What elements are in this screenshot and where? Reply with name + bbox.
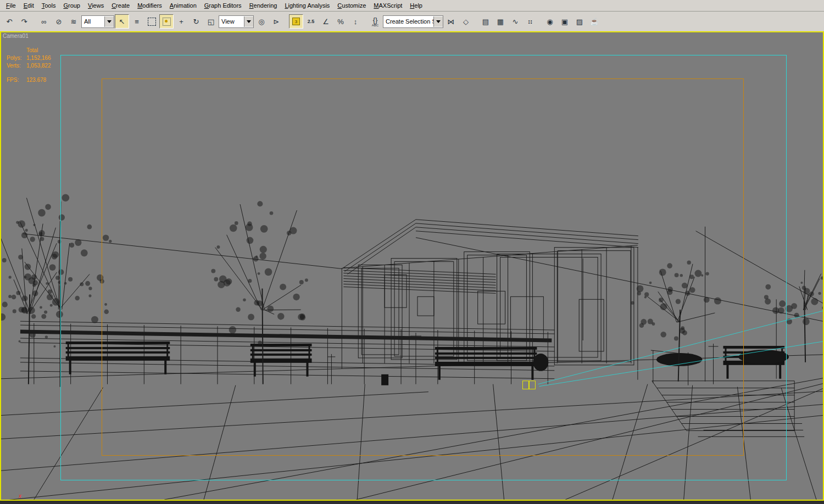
window-crossing-icon <box>163 18 171 26</box>
cursor-arrow-icon: ↖ <box>119 18 125 25</box>
menu-maxscript[interactable]: MAXScript <box>370 1 406 10</box>
list-icon: ≡ <box>135 18 139 25</box>
nodes-icon: ⠶ <box>527 18 533 25</box>
rendered-frame-window-button[interactable]: ▨ <box>572 14 587 29</box>
pivot-center-icon: ◎ <box>258 18 264 25</box>
stats-fps-row: FPS:123.678 <box>7 76 51 84</box>
redo-button[interactable]: ↷ <box>17 14 31 29</box>
stats-fps-value: 123.678 <box>26 77 46 83</box>
select-and-rotate-button[interactable]: ↻ <box>189 14 203 29</box>
rotate-icon: ↻ <box>193 18 199 25</box>
menu-help[interactable]: Help <box>406 1 426 10</box>
align-button[interactable]: ◇ <box>459 14 473 29</box>
menu-rendering[interactable]: Rendering <box>246 1 281 10</box>
render-setup-icon: ▣ <box>561 18 568 25</box>
material-editor-button[interactable]: ◉ <box>543 14 557 29</box>
chevron-down-icon <box>433 16 443 27</box>
toolbar-separator <box>474 14 478 29</box>
stats-total-row: Total <box>7 47 51 54</box>
stats-fps-label: FPS: <box>7 76 26 84</box>
menu-tools[interactable]: Tools <box>38 1 60 10</box>
menu-modifiers[interactable]: Modifiers <box>133 1 166 10</box>
3dsmax-window: File Edit Tools Group Views Create Modif… <box>0 0 824 504</box>
window-crossing-toggle-button[interactable] <box>159 14 174 29</box>
quick-render-button[interactable]: ☕ <box>587 14 602 29</box>
menu-create[interactable]: Create <box>108 1 133 10</box>
abc-label: ABC <box>372 24 378 27</box>
redo-icon: ↷ <box>21 18 27 25</box>
layer-manager-button[interactable]: ▤ <box>478 14 493 29</box>
snaps-toggle-25-button[interactable]: 2.5 <box>304 14 318 29</box>
angle-snap-toggle-button[interactable]: ∠ <box>319 14 333 29</box>
scale-icon: ◱ <box>208 18 214 25</box>
move-icon: + <box>179 18 183 25</box>
table-icon: ▦ <box>497 18 504 25</box>
percent-snap-toggle-button[interactable]: % <box>333 14 348 29</box>
menu-customize[interactable]: Customize <box>333 1 370 10</box>
menu-file[interactable]: File <box>2 1 20 10</box>
chevron-down-icon <box>104 16 114 27</box>
select-and-link-button[interactable]: ∞ <box>37 14 51 29</box>
snap-3d-icon: 3 <box>292 18 300 25</box>
space-warp-icon: ≋ <box>71 18 77 25</box>
unlink-icon: ⊘ <box>56 18 62 25</box>
align-icon: ◇ <box>463 18 469 25</box>
viewport-statistics: Total Polys:1,152,166 Verts:1,053,822 FP… <box>7 47 51 84</box>
select-and-scale-button[interactable]: ◱ <box>204 14 218 29</box>
menu-bar: File Edit Tools Group Views Create Modif… <box>0 0 824 12</box>
edit-named-selection-sets-button[interactable]: {} ABC <box>368 14 382 29</box>
stats-total: Total <box>26 47 38 53</box>
stats-polys-label: Polys: <box>7 54 26 62</box>
x-axis-label: x <box>19 493 21 499</box>
menu-edit[interactable]: Edit <box>20 1 38 10</box>
select-object-button[interactable]: ↖ <box>115 14 129 29</box>
toolbar-separator <box>32 14 36 29</box>
curve-editor-button[interactable]: ∿ <box>508 14 522 29</box>
chevron-down-icon <box>244 16 253 27</box>
toolbar-separator <box>284 14 288 29</box>
snap-25-icon: 2.5 <box>308 18 315 25</box>
stats-verts-row: Verts:1,053,822 <box>7 62 51 70</box>
menu-lighting-analysis[interactable]: Lighting Analysis <box>281 1 333 10</box>
teapot-icon: ☕ <box>590 18 599 25</box>
menu-graph-editors[interactable]: Graph Editors <box>201 1 246 10</box>
angle-snap-icon: ∠ <box>322 18 329 25</box>
rectangular-selection-region-button[interactable] <box>144 14 159 29</box>
reference-coordinate-system-dropdown[interactable]: View <box>219 15 254 28</box>
snaps-toggle-button[interactable]: 3 <box>289 14 303 29</box>
menu-views[interactable]: Views <box>84 1 108 10</box>
toolbar-separator <box>363 14 368 29</box>
bind-to-space-warp-button[interactable]: ≋ <box>66 14 81 29</box>
braces-icon: {} <box>373 16 378 24</box>
toolbar-separator <box>538 14 542 29</box>
percent-snap-icon: % <box>337 18 344 25</box>
stats-polys-value: 1,152,166 <box>26 55 51 61</box>
undo-button[interactable]: ↶ <box>2 14 16 29</box>
spinner-snap-toggle-button[interactable]: ↕ <box>348 14 363 29</box>
named-selection-set-dropdown[interactable]: Create Selection Set <box>383 15 443 28</box>
curve-icon: ∿ <box>513 18 519 25</box>
material-sphere-icon: ◉ <box>547 18 553 25</box>
scene-explorer-button[interactable]: ▦ <box>493 14 508 29</box>
mirror-icon: ⋈ <box>448 18 455 25</box>
menu-animation[interactable]: Animation <box>166 1 201 10</box>
camera-viewport[interactable]: Camera01 Total Polys:1,152,166 Verts:1,0… <box>0 31 824 501</box>
selection-filter-dropdown[interactable]: All <box>81 15 114 28</box>
mirror-button[interactable]: ⋈ <box>444 14 458 29</box>
select-and-move-button[interactable]: + <box>174 14 188 29</box>
stats-polys-row: Polys:1,152,166 <box>7 54 51 62</box>
spinner-snap-icon: ↕ <box>354 18 358 25</box>
use-pivot-point-center-button[interactable]: ◎ <box>254 14 269 29</box>
unlink-selection-button[interactable]: ⊘ <box>52 14 66 29</box>
select-and-manipulate-button[interactable]: ⊳ <box>269 14 283 29</box>
render-setup-button[interactable]: ▣ <box>558 14 572 29</box>
select-by-name-button[interactable]: ≡ <box>130 14 144 29</box>
viewport-label: Camera01 <box>3 33 29 39</box>
selection-filter-value: All <box>82 18 104 25</box>
frame-window-icon: ▨ <box>576 18 583 25</box>
link-icon: ∞ <box>41 18 46 25</box>
undo-icon: ↶ <box>7 18 13 25</box>
schematic-view-button[interactable]: ⠶ <box>523 14 537 29</box>
menu-group[interactable]: Group <box>59 1 84 10</box>
dashed-rectangle-icon <box>148 18 156 26</box>
